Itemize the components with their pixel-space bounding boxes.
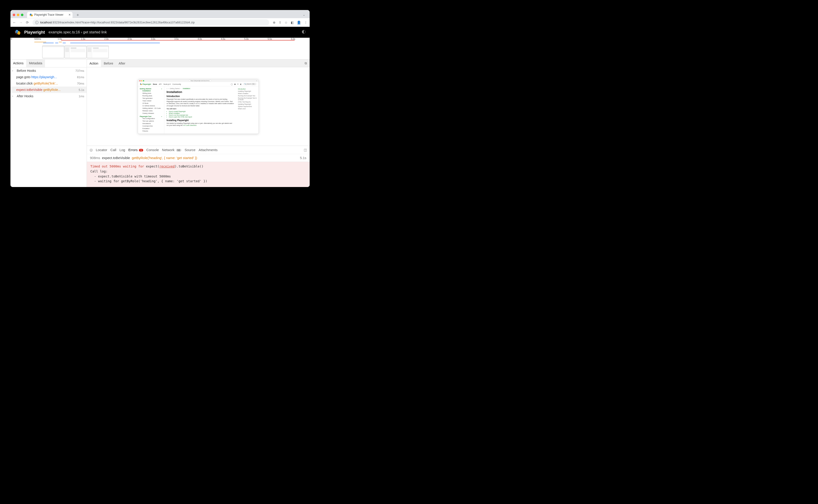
paragraph: Playwright Test was created specifically… <box>167 98 234 107</box>
share-icon[interactable]: ⇪ <box>279 21 281 24</box>
side-item: Fixtures <box>141 130 162 132</box>
reload-button[interactable]: ⟳ <box>26 20 29 25</box>
layout-toggle-icon[interactable]: ◫ <box>304 148 307 152</box>
chevron-down-icon: ⌄ <box>161 115 162 117</box>
bookmark-icon[interactable]: ☆ <box>285 21 287 24</box>
nav-controls: ← → ⟳ <box>13 20 29 25</box>
sidepanel-icon[interactable]: ◧ <box>291 21 294 24</box>
mini-main: ⌂ › Getting Started › Installation Insta… <box>164 86 237 134</box>
action-goto[interactable]: page.goto https://playwrigh... 81ms <box>10 74 87 80</box>
action-before-hooks[interactable]: › Before Hooks 737ms <box>10 67 87 74</box>
timeline-thumbnail[interactable] <box>65 45 86 58</box>
error-header: 908ms expect.toBeVisible getByRole('head… <box>87 154 310 162</box>
close-tab-icon[interactable]: ✕ <box>68 13 71 16</box>
error-api: expect.toBeVisible <box>102 156 130 160</box>
mini-titlebar: https://playwright.dev/docs/intro ≡ <box>138 79 258 82</box>
minimize-window-icon[interactable] <box>17 14 19 16</box>
list-item: How to install Playwright <box>169 111 234 112</box>
tab-call[interactable]: Call <box>110 148 116 152</box>
side-item: Trace viewer <box>141 100 162 102</box>
tab-after[interactable]: After <box>116 60 128 67</box>
action-label: Before Hooks <box>17 69 74 72</box>
chevron-down-icon: ⌄ <box>161 88 162 90</box>
url-input[interactable]: i localhost:9323/trace/index.html?trace=… <box>32 19 269 26</box>
main-split: Actions Metadata › Before Hooks 737ms pa… <box>10 60 310 187</box>
browser-tab[interactable]: 🎭 Playwright Trace Viewer ✕ <box>27 12 72 18</box>
action-label: page.goto https://playwrigh... <box>16 75 75 79</box>
tab-network[interactable]: Network 93 <box>162 148 181 152</box>
tab-bar: 🎭 Playwright Trace Viewer ✕ ＋ ⌄ <box>10 10 310 18</box>
toc-item: Running the Example Test <box>238 95 257 97</box>
tab-action[interactable]: Action <box>87 60 101 67</box>
side-item: UI Mode <box>141 102 162 105</box>
timeline-error-segment <box>61 40 294 40</box>
side-item: Running tests <box>141 95 162 97</box>
action-click[interactable]: locator.click getByRole('link'... 70ms <box>10 80 87 87</box>
tab-errors[interactable]: Errors 1 <box>128 148 143 152</box>
theme-icon: ◐ <box>240 83 242 85</box>
bottom-pane: ◎ Locator Call Log Errors 1 Console Netw… <box>87 146 310 187</box>
left-pane: Actions Metadata › Before Hooks 737ms pa… <box>10 60 87 187</box>
mini-brand: 🎭 Playwright <box>140 83 151 85</box>
list-item: What's Installed <box>169 112 234 114</box>
window-controls <box>13 14 23 16</box>
mini-menu-icon: ≡ <box>256 80 257 82</box>
close-window-icon[interactable] <box>13 14 15 16</box>
tab-log[interactable]: Log <box>119 148 125 152</box>
page-title: Installation <box>167 90 234 94</box>
mini-nav-api: API <box>159 83 162 85</box>
zoom-icon[interactable]: ⊕ <box>273 21 275 24</box>
error-time: 908ms <box>90 156 100 160</box>
tab-locator[interactable]: Locator <box>96 148 107 152</box>
timeline-segment <box>70 43 160 43</box>
timeline-thumbnail[interactable] <box>87 45 109 58</box>
tick: 500ms <box>34 38 41 40</box>
toc-item: What's Installed <box>238 92 257 95</box>
side-item: Getting started - VS Code <box>141 107 162 110</box>
timeline[interactable]: 0 500ms 1.0s 1.5s 2.0s 2.5s 3.0s 3.5s 4.… <box>10 38 310 60</box>
chevron-right-icon: › <box>12 95 15 98</box>
errors-badge: 1 <box>139 149 143 152</box>
timeline-thumbnail[interactable] <box>42 45 64 58</box>
action-duration: 70ms <box>77 82 84 85</box>
new-tab-button[interactable]: ＋ <box>74 12 81 17</box>
tab-console[interactable]: Console <box>146 148 159 152</box>
mini-nav-community: Community <box>172 83 181 85</box>
side-item: CI GitHub Actions <box>141 105 162 107</box>
action-label: expect.toBeVisible getByRole... <box>16 88 77 92</box>
action-after-hooks[interactable]: › After Hooks 1ms <box>10 93 87 99</box>
side-item: Canary releases <box>141 112 162 115</box>
toc-item: Updating Playwright <box>238 103 257 105</box>
toc-item: HTML Test Reports <box>238 101 257 103</box>
timeline-segment <box>43 43 54 43</box>
tab-attachments[interactable]: Attachments <box>199 148 217 152</box>
toc-item: System requirements <box>238 105 257 107</box>
actions-list: › Before Hooks 737ms page.goto https://p… <box>10 67 87 99</box>
tab-before[interactable]: Before <box>101 60 116 67</box>
maximize-window-icon[interactable] <box>21 14 23 16</box>
toc-item: What's next <box>238 107 257 110</box>
breadcrumb: ⌂ › Getting Started › Installation <box>167 88 234 89</box>
mini-min-icon <box>141 80 142 81</box>
profile-icon[interactable]: 👤 <box>297 20 301 25</box>
tab-source[interactable]: Source <box>185 148 195 152</box>
snapshot-tabs: Action Before After ⧉ <box>87 60 310 67</box>
back-button[interactable]: ← <box>13 20 16 25</box>
mini-search: 🔍 Search ⌘K <box>243 83 257 85</box>
action-expect[interactable]: expect.toBeVisible getByRole... 5.1s <box>10 87 87 93</box>
tab-actions[interactable]: Actions <box>10 60 26 67</box>
tabs-overflow-icon[interactable]: ⌄ <box>303 13 307 16</box>
popout-button[interactable]: ⧉ <box>302 60 310 67</box>
forward-button: → <box>19 20 23 25</box>
theme-toggle[interactable] <box>302 30 305 35</box>
menu-icon[interactable]: ⋮ <box>304 21 307 24</box>
tab-metadata[interactable]: Metadata <box>26 60 45 67</box>
test-title: example.spec.ts:16 › get started link <box>49 30 107 34</box>
toc-item: Installing Playwright <box>238 90 257 92</box>
error-duration: 5.1s <box>300 156 306 160</box>
target-icon[interactable]: ◎ <box>90 148 93 152</box>
home-icon: ⌂ <box>167 88 167 89</box>
paragraph: Get started by installing Playwright usi… <box>167 122 234 127</box>
list-item: How to run the example test <box>169 114 234 116</box>
site-info-icon[interactable]: i <box>35 21 38 24</box>
